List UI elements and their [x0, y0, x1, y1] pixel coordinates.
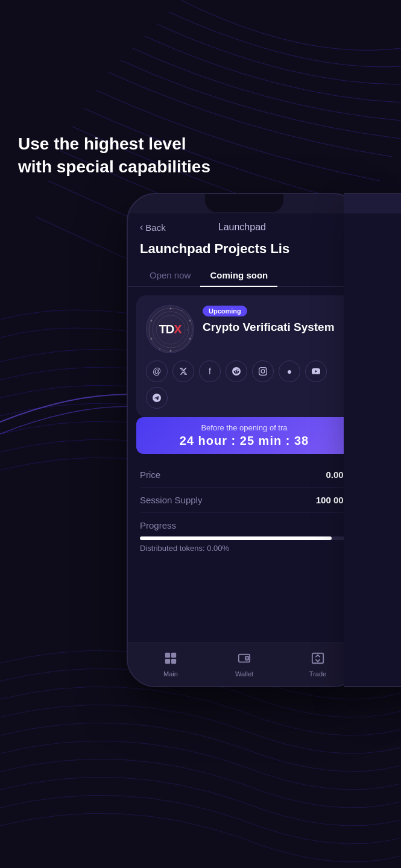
social-more-icon[interactable]: ● [279, 360, 300, 382]
project-card: TDX Upcoming Crypto Verificati System @ [136, 295, 352, 417]
tabs-row: Open now Coming soon [128, 265, 361, 287]
nav-wallet-label: Wallet [235, 670, 253, 678]
svg-rect-14 [171, 653, 176, 658]
page-title: Launchpad Projects Lis [128, 239, 361, 265]
project-card-header: TDX Upcoming Crypto Verificati System [136, 295, 352, 360]
nav-main[interactable]: Main [153, 652, 189, 678]
progress-label: Progress [140, 520, 349, 530]
svg-point-10 [181, 310, 182, 311]
svg-point-7 [170, 350, 172, 352]
phone-2-screen: Ea [344, 213, 401, 686]
progress-bar-fill [140, 536, 332, 540]
distributed-label: Distributed tokens: 0.00% [140, 544, 349, 553]
nav-wallet[interactable]: Wallet [226, 652, 262, 678]
svg-rect-17 [239, 655, 250, 662]
progress-bar-background [140, 536, 349, 540]
nav-title: Launchpad [218, 222, 266, 233]
timer-banner: Before the opening of tra 24 hour : 25 m… [136, 417, 352, 454]
phone-notch [205, 194, 283, 212]
svg-point-4 [170, 308, 172, 310]
social-twitter-icon[interactable] [172, 360, 194, 382]
timer-label: Before the opening of tra [146, 423, 343, 432]
social-telegram-icon[interactable] [146, 387, 168, 409]
info-section: Price 0.000 Session Supply 100 000 [128, 462, 361, 513]
nav-trade-label: Trade [309, 670, 326, 678]
supply-label: Session Supply [140, 495, 202, 505]
social-instagram-icon[interactable] [252, 360, 274, 382]
timer-value: 24 hour : 25 min : 38 [146, 434, 343, 448]
svg-point-8 [151, 338, 153, 340]
svg-rect-13 [165, 653, 170, 658]
project-name: Crypto Verificati System [203, 320, 343, 335]
hero-tagline: Use the highest level with special capab… [18, 133, 211, 178]
svg-point-12 [159, 348, 160, 350]
social-icons-row: @ f ● [136, 360, 352, 417]
back-chevron-icon: ‹ [140, 222, 143, 233]
svg-point-11 [187, 329, 188, 330]
svg-rect-16 [171, 659, 176, 664]
logo-x: X [174, 322, 181, 336]
nav-main-label: Main [163, 670, 178, 678]
phone-mockup: Ea ‹ Back Launchpad Launchpad Projects L… [127, 193, 368, 687]
upcoming-badge: Upcoming [203, 306, 247, 316]
svg-point-5 [189, 320, 191, 322]
svg-point-6 [189, 338, 191, 340]
social-at-icon[interactable]: @ [146, 360, 168, 382]
wallet-icon [238, 652, 251, 668]
project-logo-text: TDX [159, 322, 181, 336]
main-icon [164, 652, 177, 668]
social-youtube-icon[interactable] [305, 360, 327, 382]
phone-shell: ‹ Back Launchpad Launchpad Projects Lis … [127, 193, 362, 687]
phone-screen: ‹ Back Launchpad Launchpad Projects Lis … [128, 213, 361, 686]
nav-trade[interactable]: Trade [300, 652, 336, 678]
price-row: Price 0.000 [140, 462, 349, 488]
price-label: Price [140, 470, 160, 480]
project-logo: TDX [146, 305, 194, 353]
social-facebook-icon[interactable]: f [199, 360, 221, 382]
svg-rect-15 [165, 659, 170, 664]
tab-open-now[interactable]: Open now [140, 265, 200, 286]
nav-header: ‹ Back Launchpad [128, 213, 361, 239]
back-button[interactable]: ‹ Back [140, 222, 166, 233]
bottom-nav: Main Wallet Trade [128, 643, 361, 686]
tab-coming-soon[interactable]: Coming soon [200, 265, 277, 286]
supply-row: Session Supply 100 000 [140, 488, 349, 513]
social-reddit-icon[interactable] [226, 360, 247, 382]
trade-icon [311, 652, 324, 668]
progress-section: Progress Distributed tokens: 0.00% [128, 513, 361, 560]
phone-2-mockup: Ea [344, 193, 401, 687]
project-info: Upcoming Crypto Verificati System [203, 305, 343, 335]
back-label: Back [145, 222, 165, 233]
svg-point-9 [151, 320, 153, 322]
